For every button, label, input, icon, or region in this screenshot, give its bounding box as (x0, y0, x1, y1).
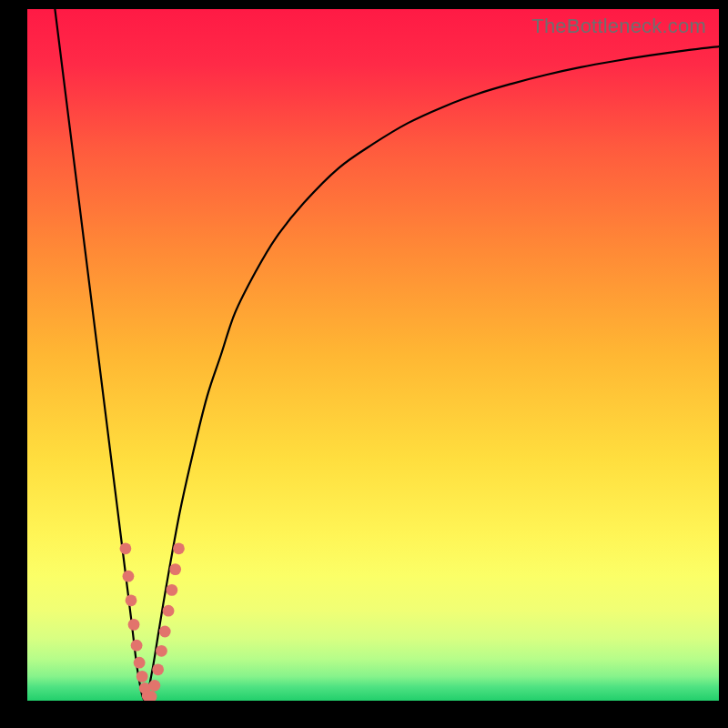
bottleneck-curve (55, 9, 719, 701)
data-point (166, 584, 177, 596)
data-point (120, 542, 132, 554)
data-point (159, 626, 171, 638)
data-point (173, 542, 185, 554)
data-point (152, 663, 164, 675)
data-points (120, 542, 185, 701)
data-point (136, 671, 148, 682)
data-point (148, 680, 160, 692)
plot-area: TheBottleneck.com (27, 9, 719, 701)
curve-layer (27, 9, 719, 701)
data-point (163, 605, 175, 617)
curve-path (55, 9, 719, 701)
data-point (169, 563, 181, 575)
data-point (128, 619, 140, 631)
data-point (126, 594, 137, 606)
data-point (134, 657, 146, 669)
data-point (123, 571, 135, 582)
watermark-text: TheBottleneck.com (531, 15, 706, 38)
data-point (131, 640, 143, 652)
chart-frame: TheBottleneck.com (0, 0, 728, 728)
data-point (156, 645, 167, 657)
